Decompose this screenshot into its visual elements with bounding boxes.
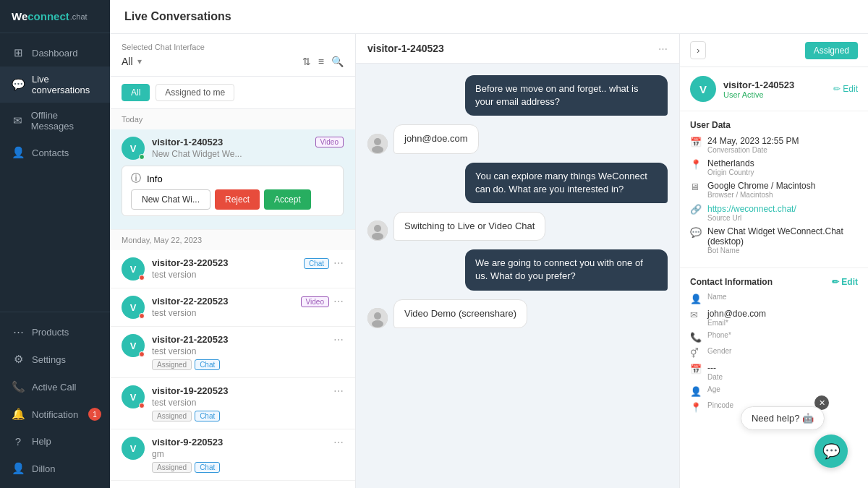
section-monday: Monday, May 22, 2023 (110, 230, 355, 250)
source-url[interactable]: https://weconnect.chat/ (707, 204, 796, 214)
message-text: Switching to Live or Video Chat (404, 221, 535, 231)
notification-badge: 1 (88, 408, 101, 421)
chat-more-options-icon[interactable]: ⋯ (658, 43, 668, 54)
sidebar-item-settings[interactable]: ⚙ Settings (0, 346, 110, 373)
sidebar-item-active-call[interactable]: 📞 Active Call (0, 373, 110, 401)
settings-icon: ⚙ (12, 353, 25, 366)
help-icon: ? (12, 435, 25, 448)
bot-name-label: Bot Name (707, 247, 858, 254)
selected-chat-label: Selected Chat Interface (122, 43, 344, 51)
edit-contact-button[interactable]: ✏ Edit (832, 277, 858, 287)
more-options-icon[interactable]: ⋯ (333, 437, 344, 448)
pencil-icon: ✏ (832, 277, 839, 287)
sidebar-item-label: Help (32, 436, 51, 447)
active-conversation[interactable]: V visitor-1-240523 New Chat Widget We...… (110, 129, 355, 230)
message-text: You can explore many things WeConnect ca… (475, 171, 647, 194)
pincode-icon: 📍 (690, 402, 702, 413)
conv-name: visitor-21-220523 (152, 334, 326, 345)
list-item[interactable]: V visitor-23-220523 test version Chat ⋯ (110, 250, 355, 288)
more-options-icon[interactable]: ⋯ (333, 257, 344, 269)
tag-assigned: Assigned (152, 411, 192, 421)
data-row-browser: 🖥 Google Chrome / Macintosh Browser / Ma… (690, 181, 858, 199)
chat-header-name: visitor-1-240523 (367, 43, 444, 54)
more-options-icon[interactable]: ⋯ (333, 334, 344, 346)
status-dot (139, 403, 145, 408)
conv-info: visitor-9-220523 gm Assigned Chat (152, 437, 326, 473)
browser-value: Google Chrome / Macintosh (707, 181, 858, 191)
accept-button[interactable]: Accept (264, 189, 311, 210)
message-row: john@doe.com (367, 124, 668, 153)
list-item[interactable]: V visitor-9-220523 gm Assigned Chat ⋯ (110, 429, 355, 481)
sidebar-item-notification[interactable]: 🔔 Notification 1 (0, 401, 110, 428)
chat-fab-button[interactable]: 💬 (814, 435, 848, 468)
gender-icon: ⚥ (690, 348, 702, 359)
data-content: https://weconnect.chat/ Source Url (707, 203, 858, 222)
conv-preview: gm (152, 449, 326, 459)
sidebar-item-label: Settings (32, 354, 66, 365)
sort-icon[interactable]: ⇅ (302, 56, 311, 67)
contact-info-section: Contact Information ✏ Edit 👤 Name ✉ jo (680, 268, 868, 426)
active-call-info: ⓘ Info (131, 172, 334, 185)
sidebar-item-contacts[interactable]: 👤 Contacts (0, 139, 110, 166)
edit-user-button[interactable]: ✏ Edit (833, 84, 858, 94)
more-options-icon[interactable]: ⋯ (333, 296, 344, 307)
new-chat-button[interactable]: New Chat Wi... (131, 189, 210, 210)
conv-preview: test version (152, 270, 297, 280)
collapse-button[interactable]: › (690, 41, 706, 59)
message-bubble: We are going to connect you with one of … (465, 249, 668, 290)
list-item[interactable]: V visitor-19-220523 test version Assigne… (110, 378, 355, 429)
age-label: Age (707, 385, 858, 393)
search-icon[interactable]: 🔍 (331, 56, 344, 67)
need-help-bubble: Need help? 🤖 (741, 406, 825, 430)
user-data-title: User Data (690, 120, 858, 130)
status-dot (139, 351, 145, 357)
user-icon: 👤 (12, 146, 25, 159)
user-data-section: User Data 📅 24 May, 2023 12:55 PM Conver… (680, 111, 868, 268)
list-item[interactable]: V visitor-21-220523 test version Assigne… (110, 327, 355, 378)
svg-point-8 (372, 320, 383, 328)
conv-tags: Assigned Chat (152, 359, 326, 370)
sidebar-item-products[interactable]: ⋯ Products (0, 318, 110, 346)
more-options-icon[interactable]: ⋯ (333, 385, 344, 397)
conv-name: visitor-19-220523 (152, 385, 326, 396)
data-content: Age (707, 385, 858, 393)
data-row-dob: 📅 --- Date (690, 363, 858, 381)
chat-panel: visitor-1-240523 ⋯ Before we move on and… (356, 34, 680, 488)
sidebar-item-offline-messages[interactable]: ✉ Offline Messages (0, 103, 110, 139)
avatar: V (122, 385, 145, 408)
conv-tags: Assigned Chat (152, 462, 326, 473)
conversation-date: 24 May, 2023 12:55 PM (707, 136, 858, 146)
bot-avatar (367, 221, 388, 241)
sidebar-item-live-conversations[interactable]: 💬 Live conversations (0, 67, 110, 103)
svg-point-2 (372, 146, 383, 153)
filter-icon[interactable]: ≡ (318, 56, 324, 67)
data-row-date: 📅 24 May, 2023 12:55 PM Conversation Dat… (690, 136, 858, 154)
active-call-actions: New Chat Wi... Reject Accept (131, 189, 334, 210)
filter-tab-assigned[interactable]: Assigned to me (156, 84, 234, 101)
dropdown-arrow-icon[interactable]: ▾ (137, 56, 142, 67)
sidebar-item-help[interactable]: ? Help (0, 428, 110, 455)
logo-chat: .chat (70, 12, 88, 21)
reject-button[interactable]: Reject (215, 189, 260, 210)
data-row-country: 📍 Netherlands Origin Country (690, 158, 858, 176)
panel-icons: ⇅ ≡ 🔍 (302, 56, 344, 67)
sidebar-item-dashboard[interactable]: ⊞ Dashboard (0, 39, 110, 67)
svg-point-5 (372, 233, 383, 240)
sidebar-item-label: Dashboard (32, 48, 78, 59)
sidebar-item-user[interactable]: 👤 Dillon (0, 455, 110, 482)
list-item[interactable]: V visitor-22-220523 test version Video ⋯ (110, 288, 355, 327)
filter-tab-all[interactable]: All (122, 84, 150, 101)
bot-avatar (367, 308, 388, 328)
assigned-button[interactable]: Assigned (805, 42, 858, 59)
conv-info: visitor-23-220523 test version (152, 257, 297, 280)
email-value: john@doe.com (707, 309, 858, 319)
svg-point-1 (374, 138, 381, 145)
data-row-source: 🔗 https://weconnect.chat/ Source Url (690, 203, 858, 222)
conv-info: visitor-1-240523 New Chat Widget We... (152, 137, 308, 159)
user-details: visitor-1-240523 User Active (723, 80, 794, 99)
data-content: john@doe.com Email* (707, 309, 858, 327)
dashboard-icon: ⊞ (12, 46, 25, 59)
tag-chat: Chat (195, 462, 220, 473)
svg-point-7 (374, 312, 381, 320)
list-item[interactable]: V visitor-7-220523 gm Chat ⋯ (110, 481, 355, 488)
